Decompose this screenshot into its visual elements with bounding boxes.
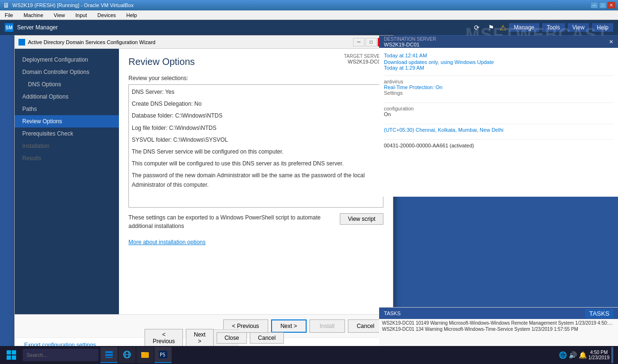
window-titlebar: 🖥 WS2K19 (FRESH) [Running] - Oracle VM V…: [0, 0, 618, 10]
sm-antivirus-value[interactable]: Real-Time Protection: On: [384, 84, 613, 90]
nav-review-options[interactable]: Review Options: [15, 115, 119, 127]
sm-destination-label: DESTINATION SERVER: [384, 36, 436, 42]
warning-icon: ⚠: [500, 23, 506, 32]
volume-icon: 🔊: [569, 351, 577, 359]
sm-cancel-dialog-button[interactable]: Cancel: [250, 332, 283, 344]
sm-tools-btn[interactable]: Tools: [542, 23, 565, 32]
next-button[interactable]: Next >: [271, 319, 307, 333]
wizard-maximize-btn[interactable]: □: [365, 38, 377, 46]
powershell-icon: PS: [158, 350, 168, 359]
sm-antivirus-section: antivirus Real-Time Protection: On Setti…: [384, 75, 613, 99]
svg-rect-4: [105, 351, 113, 353]
sm-close-dialog-button[interactable]: Close: [217, 332, 247, 344]
start-button[interactable]: [2, 347, 21, 363]
nav-deployment-configuration[interactable]: Deployment Configuration: [15, 54, 119, 66]
sm-flag-btn[interactable]: ⚑: [485, 22, 497, 33]
nav-results: Results: [15, 152, 119, 164]
taskbar-app-explorer[interactable]: [136, 347, 154, 363]
sm-logo: SM: [5, 23, 13, 32]
review-label: Review your selections:: [128, 75, 383, 82]
windows-logo-icon: [7, 350, 16, 360]
svg-rect-3: [12, 355, 16, 360]
sm-notif-time-2: Today at 1:29 AM: [384, 65, 613, 71]
explorer-icon: [140, 350, 150, 359]
sm-notif-item-1: Today at 12:41 AM Download updates only,…: [384, 53, 613, 71]
wizard-minimize-btn[interactable]: ─: [353, 38, 364, 46]
wizard-titlebar: Active Directory Domain Services Configu…: [15, 36, 393, 49]
nav-prerequisites-check[interactable]: Prerequisites Check: [15, 127, 119, 140]
sm-config-value: On: [384, 111, 613, 117]
server-manager-topbar: SM Server Manager ⟳ ⚑ ⚠ Manage Tools Vie…: [0, 20, 618, 35]
nav-domain-controller-options[interactable]: Domain Controller Options: [15, 66, 119, 78]
view-script-button[interactable]: View script: [340, 213, 383, 225]
menu-view[interactable]: View: [51, 12, 68, 18]
review-content-box[interactable]: DNS Server: Yes Create DNS Delegation: N…: [128, 84, 383, 208]
sm-topbar-buttons: ⟳ ⚑ ⚠ Manage Tools View Help: [471, 22, 613, 33]
minimize-button[interactable]: ─: [591, 2, 598, 9]
review-line-preferred-dns: This computer will be configured to use …: [132, 159, 380, 168]
target-server-name: WS2K19-DC01: [344, 59, 383, 64]
sm-notification-panel: DESTINATION SERVER WS2K19-DC01 ✕ Today a…: [379, 36, 618, 197]
sm-log-entry-2: WS2K19-DC01 134 Warning Microsoft-Window…: [382, 326, 615, 332]
sm-tasks-btn[interactable]: TASKS: [585, 309, 613, 318]
taskbar-app-servermanager[interactable]: [100, 347, 118, 363]
sm-config-section: configuration On: [384, 102, 613, 120]
wizard-title: Active Directory Domain Services Configu…: [28, 39, 155, 45]
notification-icon[interactable]: 🔔: [579, 351, 587, 359]
review-line-dns-delegation: Create DNS Delegation: No: [132, 100, 380, 109]
show-desktop-btn[interactable]: [611, 347, 613, 363]
review-line-sysvol: SYSVOL folder: C:\Windows\SYSVOL: [132, 136, 380, 145]
sm-refresh-btn[interactable]: ⟳: [471, 22, 482, 33]
sm-help-btn[interactable]: Help: [592, 23, 613, 32]
close-button[interactable]: ✕: [608, 2, 615, 9]
menu-input[interactable]: Input: [73, 12, 90, 18]
wizard-body: Deployment Configuration Domain Controll…: [15, 49, 393, 314]
maximize-button[interactable]: □: [599, 2, 607, 9]
menu-help[interactable]: Help: [124, 12, 140, 18]
review-line-logfile: Log file folder: C:\Windows\NTDS: [132, 124, 380, 133]
sm-close-btn[interactable]: ✕: [609, 39, 613, 45]
sm-view-btn[interactable]: View: [568, 23, 590, 32]
wizard-icon: [18, 39, 25, 46]
svg-rect-1: [12, 350, 16, 355]
server-manager-icon: [104, 350, 114, 359]
sm-antivirus-label: antivirus: [384, 79, 613, 84]
sm-activation-value: 00431-20000-00000-AA661 (activated): [384, 143, 613, 148]
titlebar-left: 🖥 WS2K19 (FRESH) [Running] - Oracle VM V…: [3, 1, 134, 9]
taskbar-app-powershell[interactable]: PS: [154, 347, 172, 363]
sm-notif-desc-1[interactable]: Download updates only, using Windows Upd…: [384, 59, 613, 65]
more-about-link[interactable]: More about installation options: [128, 239, 206, 246]
nav-paths[interactable]: Paths: [15, 103, 119, 115]
sm-timezone-section: (UTC+05:30) Chennai, Kolkata, Mumbai, Ne…: [384, 124, 613, 136]
cancel-button[interactable]: Cancel: [348, 319, 383, 333]
sm-notification-title: DESTINATION SERVER WS2K19-DC01 ✕: [379, 36, 618, 48]
sm-next-button[interactable]: Next >: [186, 329, 214, 347]
svg-rect-0: [7, 350, 11, 355]
menu-devices[interactable]: Devices: [94, 12, 118, 18]
taskbar-app-ie[interactable]: [118, 347, 136, 363]
taskbar-date: 1/23/2019: [589, 355, 610, 360]
adds-wizard-dialog: Active Directory Domain Services Configu…: [14, 35, 393, 353]
sm-previous-button[interactable]: < Previous: [145, 329, 183, 347]
nav-additional-options[interactable]: Additional Options: [15, 91, 119, 103]
review-line-admin-password: The password of the new domain Administr…: [132, 171, 380, 189]
second-dialog-footer: < Previous Next > Close Cancel: [190, 329, 239, 346]
taskbar-tray: 🌐 🔊 🔔 4:50 PM 1/23/2019: [559, 347, 617, 363]
sm-manage-btn[interactable]: Manage: [509, 23, 539, 32]
menu-machine[interactable]: Machine: [21, 12, 46, 18]
sm-tasks-label: TASKS: [384, 310, 400, 316]
menu-file[interactable]: File: [2, 12, 16, 18]
taskbar-search[interactable]: [23, 349, 99, 361]
main-area: MSFTWEBCAST SM Server Manager ⟳ ⚑ ⚠ Mana…: [0, 20, 618, 364]
nav-installation: Installation: [15, 140, 119, 152]
sm-title: Server Manager: [17, 24, 467, 31]
sm-log-entry-1: WS2K19-DC01 10149 Warning Microsoft-Wind…: [382, 320, 615, 326]
sm-log-header: TASKS TASKS: [379, 308, 618, 319]
wizard-titlebar-left: Active Directory Domain Services Configu…: [18, 39, 155, 46]
install-button[interactable]: Install: [309, 319, 345, 333]
svg-rect-6: [105, 357, 113, 358]
sm-notification-content: Today at 12:41 AM Download updates only,…: [379, 48, 618, 152]
svg-rect-5: [105, 354, 113, 356]
wizard-nav: Deployment Configuration Domain Controll…: [15, 49, 119, 314]
nav-dns-options[interactable]: DNS Options: [15, 78, 119, 91]
